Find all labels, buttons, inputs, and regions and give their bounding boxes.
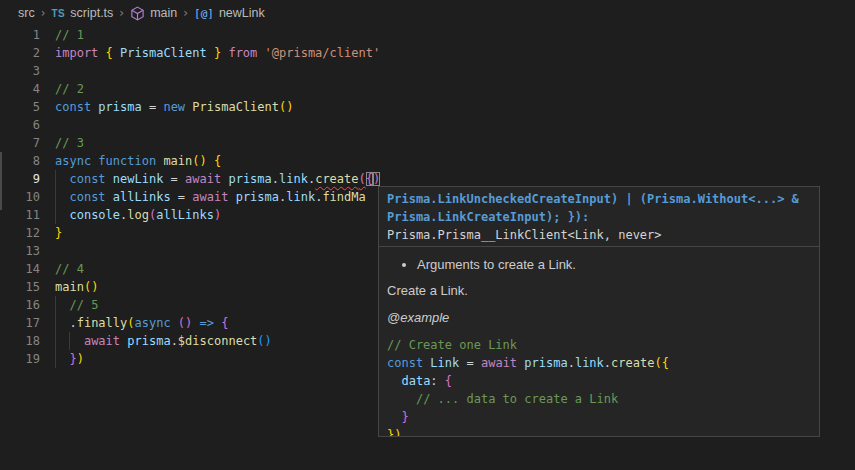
code-token: [387, 392, 416, 406]
tooltip-example-tag: @example: [387, 310, 811, 325]
code-line: 1// 1: [0, 26, 855, 44]
code-token: [55, 352, 69, 366]
breadcrumb-label: main: [150, 6, 177, 20]
line-number: 8: [0, 152, 40, 170]
code-token: (): [178, 316, 192, 330]
line-number: 4: [0, 80, 40, 98]
breadcrumb-item-newlink[interactable]: [@] newLink: [194, 6, 265, 20]
code-token: (): [84, 280, 98, 294]
breadcrumb-label: script.ts: [70, 6, 113, 20]
code-token: import: [55, 46, 106, 60]
code-token: [55, 190, 69, 204]
code-token: .: [69, 316, 76, 330]
code-token: newLink: [113, 172, 164, 186]
code-token: .: [272, 172, 279, 186]
code-token: [55, 334, 84, 348]
code-token: const: [387, 356, 430, 370]
code-token: link: [575, 356, 604, 370]
vscode-editor-window: { "palette": { "bg": "#1e1e1e", "tooltip…: [0, 0, 855, 470]
code-token: prisma: [228, 172, 271, 186]
code-line: 7// 3: [0, 134, 855, 152]
breadcrumb-item-file[interactable]: TS script.ts: [51, 6, 113, 20]
breadcrumb-label: src: [18, 6, 35, 20]
code-line: 3: [0, 62, 855, 80]
chevron-right-icon: ›: [41, 6, 46, 20]
code-token: finally: [77, 316, 128, 330]
line-number: 6: [0, 116, 40, 134]
code-token: ): [214, 208, 221, 222]
code-text: await prisma.$disconnect(): [55, 332, 272, 350]
code-token: // 5: [69, 298, 98, 312]
code-token: await: [185, 172, 228, 186]
code-text: import { PrismaClient } from '@prisma/cl…: [55, 44, 380, 62]
tooltip-code-line: data: {: [387, 372, 811, 390]
code-text: .finally(async () => {: [55, 314, 228, 332]
code-text: const prisma = new PrismaClient(): [55, 98, 293, 116]
code-token: :: [430, 374, 444, 388]
tooltip-param-list: Arguments to create a Link.: [387, 257, 811, 273]
code-token: (): [279, 100, 293, 114]
line-number: 1: [0, 26, 40, 44]
code-token: .: [604, 356, 611, 370]
code-token: main: [55, 280, 84, 294]
breadcrumb-item-main[interactable]: main: [130, 6, 177, 21]
breadcrumb-item-src[interactable]: src: [18, 6, 35, 20]
line-number: 10: [0, 188, 40, 206]
tooltip-example-code: // Create one Linkconst Link = await pri…: [387, 336, 811, 437]
code-token: '@prisma/client': [265, 46, 381, 60]
tooltip-description: Create a Link.: [387, 283, 811, 299]
code-token: new: [163, 100, 192, 114]
code-token: {: [214, 154, 221, 168]
code-token: {: [445, 374, 452, 388]
code-token: prisma: [236, 190, 279, 204]
code-token: (: [127, 316, 134, 330]
code-token: log: [127, 208, 149, 222]
code-token: await: [192, 190, 235, 204]
code-token: create: [611, 356, 654, 370]
code-token: // ... data to create a Link: [416, 392, 618, 406]
code-text: // 1: [55, 26, 84, 44]
breadcrumb: src › TS script.ts › main › [@] newLink: [0, 0, 855, 26]
code-text: const allLinks = await prisma.link.findM…: [55, 188, 366, 206]
code-token: link: [286, 190, 315, 204]
code-text: // 5: [55, 296, 98, 314]
code-token: await: [481, 356, 524, 370]
code-token: const: [55, 100, 98, 114]
line-number: 2: [0, 44, 40, 62]
tooltip-signature-line: Prisma.LinkUncheckedCreateInput) | (Pris…: [387, 190, 811, 208]
code-token: {: [366, 172, 373, 186]
code-token: .: [568, 356, 575, 370]
code-token: [387, 410, 401, 424]
code-token: PrismaClient: [120, 46, 207, 60]
code-token: // 3: [55, 136, 84, 150]
code-token: link: [279, 172, 308, 186]
code-token: const: [69, 190, 112, 204]
tooltip-signature-line: Prisma.LinkCreateInput); }):: [387, 208, 811, 226]
code-token: data: [401, 374, 430, 388]
line-number: 19: [0, 350, 40, 368]
line-number: 12: [0, 224, 40, 242]
code-text: console.log(allLinks): [55, 206, 221, 224]
code-token: [207, 154, 214, 168]
code-token: (): [257, 334, 271, 348]
tooltip-param-item: Arguments to create a Link.: [417, 257, 811, 273]
symbol-field-icon: [@]: [194, 7, 214, 20]
line-number: 3: [0, 62, 40, 80]
code-token: [192, 316, 199, 330]
code-token: ): [373, 172, 380, 186]
line-number: 11: [0, 206, 40, 224]
code-token: ({: [654, 356, 668, 370]
line-number: 5: [0, 98, 40, 116]
tooltip-docs: Arguments to create a Link. Create a Lin…: [379, 247, 819, 437]
tooltip-signature: Prisma.LinkUncheckedCreateInput) | (Pris…: [379, 187, 819, 246]
chevron-right-icon: ›: [183, 6, 188, 20]
code-token: {: [106, 46, 120, 60]
code-token: // 4: [55, 262, 84, 276]
code-token: await: [84, 334, 127, 348]
code-text: // 4: [55, 260, 84, 278]
code-token: (: [359, 172, 366, 186]
code-text: main(): [55, 278, 98, 296]
line-number: 18: [0, 332, 40, 350]
code-token: ): [77, 352, 84, 366]
code-token: // 1: [55, 28, 84, 42]
